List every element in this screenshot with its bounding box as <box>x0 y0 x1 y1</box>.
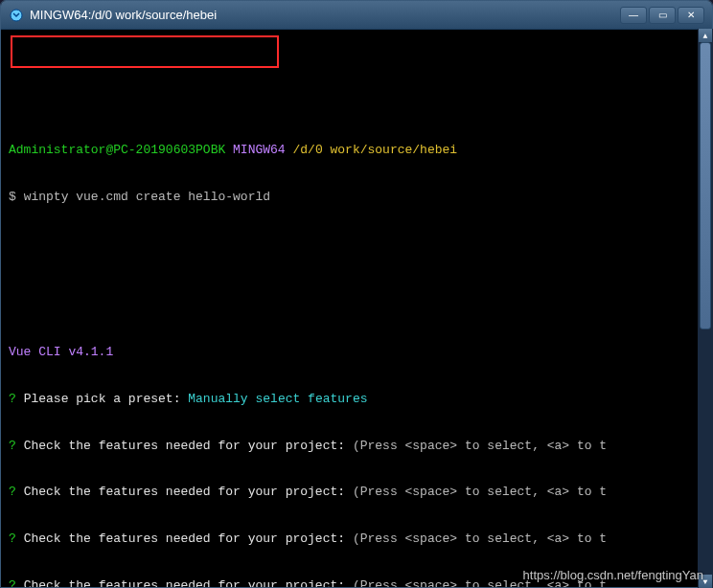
terminal-body[interactable]: Administrator@PC-20190603POBK MINGW64 /d… <box>1 30 712 587</box>
question-features: ? Check the features needed for your pro… <box>9 485 704 500</box>
window-titlebar[interactable]: MINGW64:/d/0 work/source/hebei — ▭ ✕ <box>1 1 712 30</box>
window-controls: — ▭ ✕ <box>620 7 704 24</box>
cli-header: Vue CLI v4.1.1 <box>9 345 704 360</box>
watermark-text: https://blog.csdn.net/fengtingYan <box>523 568 703 582</box>
window-title: MINGW64:/d/0 work/source/hebei <box>30 8 217 22</box>
vertical-scrollbar[interactable]: ▲ ▼ <box>698 29 713 588</box>
question-features: ? Check the features needed for your pro… <box>9 439 704 454</box>
terminal-line <box>9 236 704 251</box>
maximize-button[interactable]: ▭ <box>649 7 676 24</box>
app-icon <box>9 8 24 23</box>
terminal-line <box>9 96 704 111</box>
scrollbar-thumb[interactable] <box>700 42 711 329</box>
scroll-up-button[interactable]: ▲ <box>699 29 712 42</box>
question-features: ? Check the features needed for your pro… <box>9 531 704 547</box>
close-button[interactable]: ✕ <box>678 7 704 24</box>
question-preset: ? Please pick a preset: Manually select … <box>9 392 704 407</box>
prompt-line-1: Administrator@PC-20190603POBK MINGW64 /d… <box>9 143 704 158</box>
terminal-window: MINGW64:/d/0 work/source/hebei — ▭ ✕ Adm… <box>0 0 713 588</box>
prompt-line-2: $ winpty vue.cmd create hello-world <box>9 190 704 205</box>
annotation-highlight-box <box>11 35 279 68</box>
terminal-line <box>9 283 704 298</box>
minimize-button[interactable]: — <box>620 7 647 24</box>
